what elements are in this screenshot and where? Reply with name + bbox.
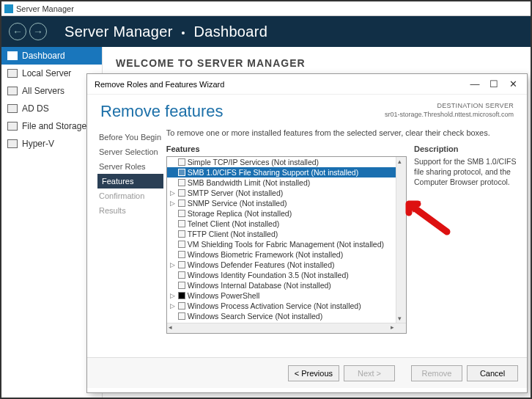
feature-row[interactable]: Windows Search Service (Not installed) xyxy=(167,311,406,321)
feature-label: SMTP Server (Not installed) xyxy=(188,188,284,197)
feature-checkbox[interactable] xyxy=(178,158,185,166)
feature-checkbox[interactable] xyxy=(178,179,185,186)
features-label: Features xyxy=(166,144,407,153)
feature-row[interactable]: VM Shielding Tools for Fabric Management… xyxy=(167,239,406,249)
expand-icon[interactable]: ▷ xyxy=(170,261,176,268)
previous-button[interactable]: < Previous xyxy=(288,365,339,381)
feature-checkbox[interactable] xyxy=(178,169,185,176)
expand-icon[interactable]: ▷ xyxy=(170,302,176,310)
description-text: Support for the SMB 1.0/CIFS file sharin… xyxy=(414,156,517,188)
maximize-button[interactable]: ☐ xyxy=(484,78,503,89)
feature-row[interactable]: Simple TCP/IP Services (Not installed) xyxy=(167,157,406,167)
app-icon xyxy=(4,4,13,13)
feature-row[interactable]: SMB Bandwidth Limit (Not installed) xyxy=(167,177,406,188)
feature-checkbox[interactable] xyxy=(178,261,185,268)
feature-label: Windows Internal Database (Not installed… xyxy=(188,281,331,290)
minimize-button[interactable]: — xyxy=(465,78,484,89)
feature-label: Windows PowerShell xyxy=(188,291,260,300)
wizard-title: Remove Roles and Features Wizard xyxy=(95,80,224,89)
wizard-titlebar: Remove Roles and Features Wizard — ☐ ✕ xyxy=(87,74,527,95)
wizard-steps: Before You Begin Server Selection Server… xyxy=(97,125,163,357)
wizard-footer: < Previous Next > Remove Cancel xyxy=(87,357,527,388)
step-server-roles[interactable]: Server Roles xyxy=(97,159,163,174)
description-label: Description xyxy=(414,144,517,153)
feature-checkbox[interactable] xyxy=(178,230,185,238)
feature-label: TFTP Client (Not installed) xyxy=(188,230,278,238)
feature-row[interactable]: TFTP Client (Not installed) xyxy=(167,229,406,239)
breadcrumb-sep-icon: • xyxy=(181,27,185,39)
dashboard-icon xyxy=(7,51,18,60)
expand-icon[interactable]: ▷ xyxy=(170,292,176,299)
features-list[interactable]: Simple TCP/IP Services (Not installed)SM… xyxy=(167,157,406,323)
feature-checkbox[interactable] xyxy=(178,210,185,217)
header-bar: ← → Server Manager • Dashboard xyxy=(1,16,531,47)
sidebar-item-label: File and Storage xyxy=(22,121,86,131)
breadcrumb: Server Manager • Dashboard xyxy=(64,23,267,40)
forward-button[interactable]: → xyxy=(29,23,47,40)
feature-row[interactable]: Telnet Client (Not installed) xyxy=(167,219,406,229)
wizard-heading: Remove features xyxy=(100,102,385,121)
step-before-you-begin[interactable]: Before You Begin xyxy=(97,130,163,144)
expand-icon[interactable]: ▷ xyxy=(170,189,176,197)
feature-row[interactable]: Windows Internal Database (Not installed… xyxy=(167,280,406,290)
expand-icon[interactable]: ▷ xyxy=(170,200,176,207)
feature-label: Windows Search Service (Not installed) xyxy=(188,312,322,321)
app-titlebar: Server Manager xyxy=(1,1,531,16)
feature-checkbox[interactable] xyxy=(178,312,185,320)
feature-label: Telnet Client (Not installed) xyxy=(188,219,279,228)
feature-row[interactable]: Windows Biometric Framework (Not install… xyxy=(167,249,406,260)
sidebar-item-label: Local Server xyxy=(22,68,71,78)
hdr-app: Server Manager xyxy=(64,23,173,40)
feature-row[interactable]: ▷Windows Defender Features (Not installe… xyxy=(167,260,406,270)
dest-label: DESTINATION SERVER xyxy=(385,102,514,111)
wizard-instruction: To remove one or more installed features… xyxy=(166,128,517,137)
feature-row[interactable]: ▷Windows Process Activation Service (Not… xyxy=(167,301,406,311)
feature-label: Windows Identity Foundation 3.5 (Not ins… xyxy=(188,271,349,279)
feature-checkbox[interactable] xyxy=(178,271,185,279)
feature-checkbox[interactable] xyxy=(178,241,185,248)
cancel-button[interactable]: Cancel xyxy=(467,365,518,381)
vertical-scrollbar[interactable] xyxy=(396,157,406,323)
feature-row[interactable]: SMB 1.0/CIFS File Sharing Support (Not i… xyxy=(167,167,406,177)
sidebar-item-dashboard[interactable]: Dashboard xyxy=(1,47,102,65)
step-confirmation: Confirmation xyxy=(97,188,163,203)
feature-label: Windows Biometric Framework (Not install… xyxy=(188,250,343,259)
features-listbox: Simple TCP/IP Services (Not installed)SM… xyxy=(166,156,407,334)
feature-label: Storage Replica (Not installed) xyxy=(188,209,292,218)
feature-row[interactable]: ▷Windows PowerShell xyxy=(167,290,406,301)
wizard-dialog: Remove Roles and Features Wizard — ☐ ✕ R… xyxy=(86,73,528,393)
feature-checkbox[interactable] xyxy=(178,189,185,197)
feature-label: SMB 1.0/CIFS File Sharing Support (Not i… xyxy=(188,168,358,177)
feature-label: Windows Defender Features (Not installed… xyxy=(188,260,335,269)
feature-checkbox[interactable] xyxy=(178,302,185,310)
close-button[interactable]: ✕ xyxy=(503,78,522,89)
sidebar-item-label: Dashboard xyxy=(22,51,65,61)
horizontal-scrollbar[interactable] xyxy=(167,323,406,333)
sidebar-item-label: All Servers xyxy=(22,86,64,96)
servers-icon xyxy=(7,87,18,95)
feature-checkbox[interactable] xyxy=(178,220,185,227)
adds-icon xyxy=(7,104,18,113)
sidebar-item-label: Hyper-V xyxy=(22,139,54,149)
feature-checkbox[interactable] xyxy=(178,282,185,289)
dest-value: sr01-storage.Threshold.nttest.microsoft.… xyxy=(385,111,514,120)
feature-checkbox[interactable] xyxy=(178,292,185,299)
hdr-page: Dashboard xyxy=(194,23,268,40)
feature-checkbox[interactable] xyxy=(178,251,185,258)
back-button[interactable]: ← xyxy=(9,23,26,40)
sidebar-item-label: AD DS xyxy=(22,103,49,114)
step-server-selection[interactable]: Server Selection xyxy=(97,144,163,159)
feature-row[interactable]: Storage Replica (Not installed) xyxy=(167,208,406,219)
feature-row[interactable]: ▷SNMP Service (Not installed) xyxy=(167,198,406,208)
feature-row[interactable]: Windows Identity Foundation 3.5 (Not ins… xyxy=(167,270,406,280)
remove-button[interactable]: Remove xyxy=(411,365,462,381)
app-title: Server Manager xyxy=(16,4,74,13)
feature-checkbox[interactable] xyxy=(178,200,185,207)
next-button[interactable]: Next > xyxy=(344,365,395,381)
destination-server: DESTINATION SERVER sr01-storage.Threshol… xyxy=(385,102,514,119)
storage-icon xyxy=(7,122,18,131)
feature-label: SMB Bandwidth Limit (Not installed) xyxy=(188,178,310,187)
feature-row[interactable]: ▷SMTP Server (Not installed) xyxy=(167,188,406,198)
step-features[interactable]: Features xyxy=(97,174,163,188)
feature-label: Simple TCP/IP Services (Not installed) xyxy=(188,158,319,166)
